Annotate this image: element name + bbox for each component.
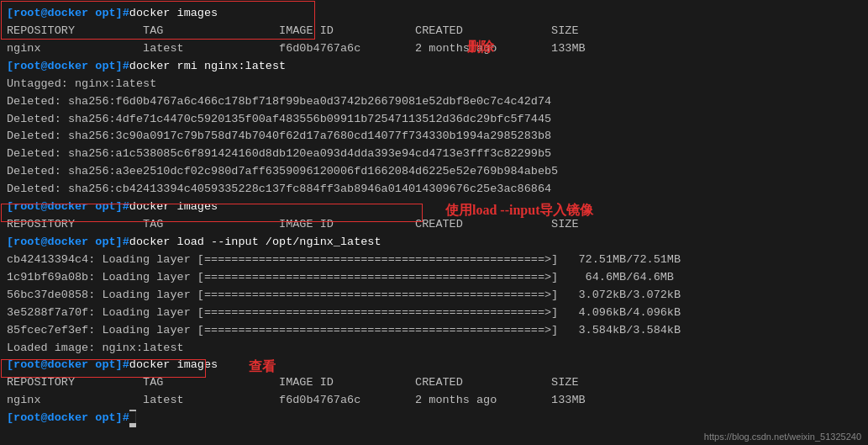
untagged: Untagged: nginx:latest [7,76,156,93]
line-15: cb42413394c4: Loading layer [===========… [7,252,861,269]
cmd-3: docker images [129,199,218,216]
cmd-4: docker load --input /opt/nginx_latest [129,234,381,252]
prompt-4: [root@docker opt]# [7,234,129,252]
prompt-final: [root@docker opt]# [7,410,129,427]
deleted-3: Deleted: sha256:3c90a0917c79b758d74b7040… [7,128,551,146]
line-5: Untagged: nginx:latest [7,76,861,93]
line-24: [root@docker opt]#█ [7,410,861,427]
prompt-2: [root@docker opt]# [7,58,129,76]
loading-4: 3e5288f7a70f: Loading layer [===========… [7,305,681,322]
line-14: [root@docker opt]#docker load --input /o… [7,234,861,252]
loading-2: 1c91bf69a08b: Loading layer [===========… [7,269,674,287]
loading-1: cb42413394c4: Loading layer [===========… [7,252,681,269]
cursor: █ [129,410,136,427]
line-19: 85fcec7ef3ef: Loading layer [===========… [7,322,861,340]
line-18: 3e5288f7a70f: Loading layer [===========… [7,305,861,322]
cmd-2: docker rmi nginx:latest [129,58,286,76]
header-2: REPOSITORY TAG IMAGE ID CREATED SIZE [7,216,579,234]
line-7: Deleted: sha256:4dfe71c4470c5920135f00af… [7,111,861,129]
line-12: [root@docker opt]#docker images [7,199,861,216]
prompt-3: [root@docker opt]# [7,199,129,216]
row-nginx-1: nginx latest f6d0b4767a6c 2 months ago 1… [7,40,586,58]
line-21: [root@docker opt]#docker images [7,357,861,374]
cmd-5: docker images [129,357,218,374]
line-23: nginx latest f6d0b4767a6c 2 months ago 1… [7,392,861,410]
line-10: Deleted: sha256:a3ee2510dcf02c980d7aff63… [7,163,861,181]
prompt-1: [root@docker opt]# [7,5,129,23]
line-3: nginx latest f6d0b4767a6c 2 months ago 1… [7,40,861,58]
line-11: Deleted: sha256:cb42413394c4059335228c13… [7,181,861,199]
line-2: REPOSITORY TAG IMAGE ID CREATED SIZE [7,23,861,40]
loading-5: 85fcec7ef3ef: Loading layer [===========… [7,322,681,340]
terminal: [root@docker opt]#docker images REPOSITO… [0,0,868,445]
deleted-5: Deleted: sha256:a3ee2510dcf02c980d7aff63… [7,163,558,181]
loaded-image: Loaded image: nginx:latest [7,340,184,358]
deleted-6: Deleted: sha256:cb42413394c4059335228c13… [7,181,551,199]
row-nginx-2: nginx latest f6d0b4767a6c 2 months ago 1… [7,392,586,410]
line-6: Deleted: sha256:f6d0b4767a6c466c178bf718… [7,93,861,111]
deleted-2: Deleted: sha256:4dfe71c4470c5920135f00af… [7,111,551,129]
deleted-4: Deleted: sha256:a1c538085c6f891424160d8d… [7,146,551,163]
header-1: REPOSITORY TAG IMAGE ID CREATED SIZE [7,23,579,40]
watermark: https://blog.csdn.net/weixin_51325240 [704,432,861,442]
header-3: REPOSITORY TAG IMAGE ID CREATED SIZE [7,374,579,392]
line-22: REPOSITORY TAG IMAGE ID CREATED SIZE [7,374,861,392]
line-13: REPOSITORY TAG IMAGE ID CREATED SIZE [7,216,861,234]
line-4: [root@docker opt]#docker rmi nginx:lates… [7,58,861,76]
line-16: 1c91bf69a08b: Loading layer [===========… [7,269,861,287]
line-1: [root@docker opt]#docker images [7,5,861,23]
line-8: Deleted: sha256:3c90a0917c79b758d74b7040… [7,128,861,146]
loading-3: 56bc37de0858: Loading layer [===========… [7,287,681,305]
line-20: Loaded image: nginx:latest [7,340,861,358]
line-9: Deleted: sha256:a1c538085c6f891424160d8d… [7,146,861,163]
prompt-5: [root@docker opt]# [7,357,129,374]
deleted-1: Deleted: sha256:f6d0b4767a6c466c178bf718… [7,93,551,111]
line-17: 56bc37de0858: Loading layer [===========… [7,287,861,305]
cmd-1: docker images [129,5,218,23]
